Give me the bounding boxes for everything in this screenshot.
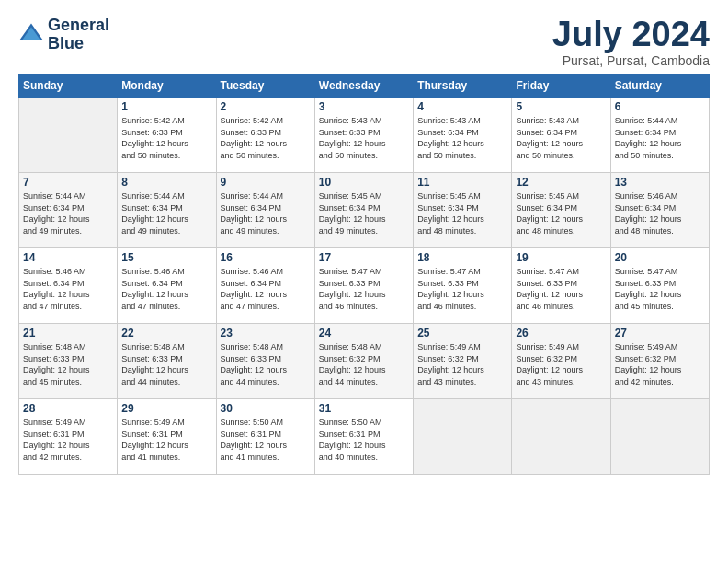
header: General Blue July 2024 Pursat, Pursat, C…: [18, 17, 710, 68]
day-number: 16: [221, 251, 311, 264]
day-info: Sunrise: 5:46 AM Sunset: 6:34 PM Dayligh…: [615, 190, 705, 236]
calendar-day-cell: [414, 399, 512, 475]
day-info: Sunrise: 5:47 AM Sunset: 6:33 PM Dayligh…: [615, 266, 705, 312]
logo-text: General Blue: [48, 17, 109, 53]
day-number: 15: [121, 251, 211, 264]
day-header: Monday: [118, 75, 216, 98]
calendar-day-cell: 14Sunrise: 5:46 AM Sunset: 6:34 PM Dayli…: [19, 248, 118, 324]
month-title: July 2024: [552, 17, 710, 52]
page-container: General Blue July 2024 Pursat, Pursat, C…: [0, 0, 728, 484]
calendar-day-cell: 16Sunrise: 5:46 AM Sunset: 6:34 PM Dayli…: [216, 248, 314, 324]
day-info: Sunrise: 5:43 AM Sunset: 6:34 PM Dayligh…: [516, 115, 606, 161]
calendar-header-row: SundayMondayTuesdayWednesdayThursdayFrid…: [19, 75, 710, 98]
calendar-day-cell: 11Sunrise: 5:45 AM Sunset: 6:34 PM Dayli…: [414, 173, 512, 248]
calendar-day-cell: 22Sunrise: 5:48 AM Sunset: 6:33 PM Dayli…: [118, 324, 216, 399]
day-info: Sunrise: 5:45 AM Sunset: 6:34 PM Dayligh…: [319, 190, 409, 236]
day-number: 23: [221, 327, 311, 339]
day-info: Sunrise: 5:44 AM Sunset: 6:34 PM Dayligh…: [23, 190, 113, 236]
day-info: Sunrise: 5:42 AM Sunset: 6:33 PM Dayligh…: [121, 115, 211, 161]
day-info: Sunrise: 5:49 AM Sunset: 6:32 PM Dayligh…: [615, 341, 705, 387]
calendar-day-cell: 15Sunrise: 5:46 AM Sunset: 6:34 PM Dayli…: [118, 248, 216, 324]
day-number: 4: [417, 100, 507, 113]
day-info: Sunrise: 5:46 AM Sunset: 6:34 PM Dayligh…: [121, 266, 211, 312]
calendar-body: 1Sunrise: 5:42 AM Sunset: 6:33 PM Daylig…: [19, 98, 710, 475]
day-info: Sunrise: 5:47 AM Sunset: 6:33 PM Dayligh…: [417, 266, 507, 312]
calendar-day-cell: 26Sunrise: 5:49 AM Sunset: 6:32 PM Dayli…: [512, 324, 610, 399]
calendar-table: SundayMondayTuesdayWednesdayThursdayFrid…: [18, 74, 710, 475]
day-number: 7: [23, 176, 113, 189]
calendar-day-cell: 1Sunrise: 5:42 AM Sunset: 6:33 PM Daylig…: [118, 98, 216, 173]
day-info: Sunrise: 5:42 AM Sunset: 6:33 PM Dayligh…: [221, 115, 311, 161]
calendar-day-cell: 18Sunrise: 5:47 AM Sunset: 6:33 PM Dayli…: [414, 248, 512, 324]
day-number: 30: [221, 402, 311, 415]
calendar-day-cell: [512, 399, 610, 475]
day-number: 5: [516, 100, 606, 113]
day-info: Sunrise: 5:49 AM Sunset: 6:32 PM Dayligh…: [516, 341, 606, 387]
calendar-day-cell: 7Sunrise: 5:44 AM Sunset: 6:34 PM Daylig…: [19, 173, 118, 248]
day-number: 9: [221, 176, 311, 189]
calendar-day-cell: 12Sunrise: 5:45 AM Sunset: 6:34 PM Dayli…: [512, 173, 610, 248]
calendar-day-cell: 6Sunrise: 5:44 AM Sunset: 6:34 PM Daylig…: [610, 98, 709, 173]
calendar-week-row: 7Sunrise: 5:44 AM Sunset: 6:34 PM Daylig…: [19, 173, 710, 248]
day-number: 31: [319, 402, 409, 415]
day-info: Sunrise: 5:49 AM Sunset: 6:31 PM Dayligh…: [23, 417, 113, 463]
calendar-day-cell: 30Sunrise: 5:50 AM Sunset: 6:31 PM Dayli…: [216, 399, 314, 475]
calendar-day-cell: [610, 399, 709, 475]
calendar-day-cell: 13Sunrise: 5:46 AM Sunset: 6:34 PM Dayli…: [610, 173, 709, 248]
logo-icon: [18, 22, 44, 48]
day-info: Sunrise: 5:44 AM Sunset: 6:34 PM Dayligh…: [221, 190, 311, 236]
calendar-day-cell: 4Sunrise: 5:43 AM Sunset: 6:34 PM Daylig…: [414, 98, 512, 173]
calendar-day-cell: 21Sunrise: 5:48 AM Sunset: 6:33 PM Dayli…: [19, 324, 118, 399]
calendar-day-cell: 24Sunrise: 5:48 AM Sunset: 6:32 PM Dayli…: [314, 324, 413, 399]
calendar-week-row: 21Sunrise: 5:48 AM Sunset: 6:33 PM Dayli…: [19, 324, 710, 399]
calendar-day-cell: 19Sunrise: 5:47 AM Sunset: 6:33 PM Dayli…: [512, 248, 610, 324]
logo: General Blue: [18, 17, 109, 53]
day-number: 20: [615, 251, 705, 264]
day-number: 2: [221, 100, 311, 113]
calendar-day-cell: 28Sunrise: 5:49 AM Sunset: 6:31 PM Dayli…: [19, 399, 118, 475]
day-number: 29: [121, 402, 211, 415]
day-number: 28: [23, 402, 113, 415]
calendar-day-cell: 25Sunrise: 5:49 AM Sunset: 6:32 PM Dayli…: [414, 324, 512, 399]
calendar-day-cell: 3Sunrise: 5:43 AM Sunset: 6:33 PM Daylig…: [314, 98, 413, 173]
calendar-day-cell: 27Sunrise: 5:49 AM Sunset: 6:32 PM Dayli…: [610, 324, 709, 399]
day-info: Sunrise: 5:48 AM Sunset: 6:33 PM Dayligh…: [221, 341, 311, 387]
day-number: 14: [23, 251, 113, 264]
day-header: Tuesday: [216, 75, 314, 98]
day-number: 13: [615, 176, 705, 189]
day-number: 17: [319, 251, 409, 264]
day-number: 12: [516, 176, 606, 189]
day-number: 6: [615, 100, 705, 113]
calendar-week-row: 28Sunrise: 5:49 AM Sunset: 6:31 PM Dayli…: [19, 399, 710, 475]
day-number: 1: [121, 100, 211, 113]
day-number: 11: [417, 176, 507, 189]
day-info: Sunrise: 5:49 AM Sunset: 6:32 PM Dayligh…: [417, 341, 507, 387]
calendar-day-cell: 10Sunrise: 5:45 AM Sunset: 6:34 PM Dayli…: [314, 173, 413, 248]
day-info: Sunrise: 5:50 AM Sunset: 6:31 PM Dayligh…: [319, 417, 409, 463]
day-info: Sunrise: 5:43 AM Sunset: 6:34 PM Dayligh…: [417, 115, 507, 161]
calendar-day-cell: 29Sunrise: 5:49 AM Sunset: 6:31 PM Dayli…: [118, 399, 216, 475]
day-header: Wednesday: [314, 75, 413, 98]
day-info: Sunrise: 5:45 AM Sunset: 6:34 PM Dayligh…: [516, 190, 606, 236]
calendar-day-cell: 31Sunrise: 5:50 AM Sunset: 6:31 PM Dayli…: [314, 399, 413, 475]
day-info: Sunrise: 5:48 AM Sunset: 6:32 PM Dayligh…: [319, 341, 409, 387]
calendar-day-cell: [19, 98, 118, 173]
calendar-week-row: 14Sunrise: 5:46 AM Sunset: 6:34 PM Dayli…: [19, 248, 710, 324]
day-number: 8: [121, 176, 211, 189]
day-info: Sunrise: 5:50 AM Sunset: 6:31 PM Dayligh…: [221, 417, 311, 463]
calendar-day-cell: 8Sunrise: 5:44 AM Sunset: 6:34 PM Daylig…: [118, 173, 216, 248]
calendar-week-row: 1Sunrise: 5:42 AM Sunset: 6:33 PM Daylig…: [19, 98, 710, 173]
day-number: 26: [516, 327, 606, 339]
calendar-day-cell: 9Sunrise: 5:44 AM Sunset: 6:34 PM Daylig…: [216, 173, 314, 248]
day-info: Sunrise: 5:45 AM Sunset: 6:34 PM Dayligh…: [417, 190, 507, 236]
day-info: Sunrise: 5:49 AM Sunset: 6:31 PM Dayligh…: [121, 417, 211, 463]
day-number: 3: [319, 100, 409, 113]
calendar-day-cell: 23Sunrise: 5:48 AM Sunset: 6:33 PM Dayli…: [216, 324, 314, 399]
day-header: Saturday: [610, 75, 709, 98]
location: Pursat, Pursat, Cambodia: [552, 53, 710, 68]
day-number: 27: [615, 327, 705, 339]
day-info: Sunrise: 5:48 AM Sunset: 6:33 PM Dayligh…: [23, 341, 113, 387]
day-number: 22: [121, 327, 211, 339]
day-number: 19: [516, 251, 606, 264]
day-info: Sunrise: 5:47 AM Sunset: 6:33 PM Dayligh…: [516, 266, 606, 312]
